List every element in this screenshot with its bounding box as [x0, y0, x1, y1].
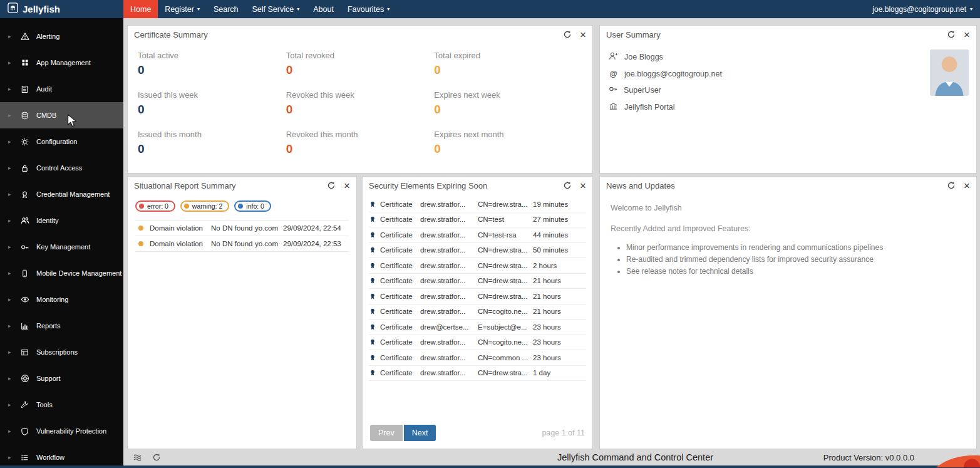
cell: 23 hours	[533, 338, 586, 346]
badge-info[interactable]: info: 0	[234, 200, 271, 212]
sidebar-item-workflow[interactable]: ▸Workflow	[0, 444, 123, 468]
sidebar-item-support[interactable]: ▸Support	[0, 365, 123, 392]
sidebar-item-credential-management[interactable]: ▸Credential Management	[0, 181, 123, 207]
panel-title: User Summary	[606, 30, 661, 39]
table-row[interactable]: Certificatedrew.stratfor...CN=common ...…	[369, 350, 586, 366]
sidebar-item-alerting[interactable]: ▸Alerting	[0, 23, 123, 49]
refresh-icon[interactable]	[563, 30, 572, 39]
next-button[interactable]: Next	[404, 425, 436, 441]
cell: drew.stratfor...	[420, 277, 478, 284]
table-row[interactable]: Domain violationNo DN foundyo.com29/09/2…	[135, 221, 349, 236]
gear-icon	[19, 138, 30, 146]
refresh-icon[interactable]	[947, 181, 956, 190]
cell: Certificate	[380, 216, 420, 223]
cell: Certificate	[380, 262, 420, 269]
cell: No DN found	[211, 240, 255, 247]
news-features-heading: Recently Added and Improved Features:	[611, 224, 966, 233]
table-row[interactable]: Certificatedrew.stratfor...CN=drew.stra.…	[369, 197, 586, 212]
close-icon[interactable]: ×	[580, 180, 586, 191]
cell: 21 hours	[533, 308, 586, 315]
prev-button[interactable]: Prev	[370, 425, 403, 441]
cell: CN=drew.stra...	[478, 293, 533, 300]
close-icon[interactable]: ×	[964, 29, 970, 40]
chevron-right-icon: ▸	[8, 454, 13, 460]
nav-item-label: Self Service	[252, 5, 294, 14]
sidebar-item-identity[interactable]: ▸Identity	[0, 207, 123, 234]
stat-value: 0	[286, 103, 435, 117]
table-row[interactable]: Certificatedrew.stratfor...CN=drew.stra.…	[369, 243, 586, 259]
table-row[interactable]: Certificatedrew.stratfor...CN=drew.stra.…	[369, 366, 586, 382]
nav-item-about[interactable]: About	[306, 0, 341, 18]
cell: Certificate	[380, 293, 420, 300]
sidebar-item-app-management[interactable]: ▸App Management	[0, 49, 123, 76]
close-icon[interactable]: ×	[580, 29, 586, 40]
nav-item-self-service[interactable]: Self Service▾	[245, 0, 307, 18]
sidebar-item-monitoring[interactable]: ▸Monitoring	[0, 286, 123, 313]
table-row[interactable]: Certificatedrew@certse...E=subject@e...2…	[369, 320, 586, 335]
table-row[interactable]: Certificatedrew.stratfor...CN=drew.stra.…	[369, 258, 586, 274]
sidebar-item-label: Alerting	[36, 33, 59, 40]
chevron-down-icon: ▾	[297, 7, 299, 12]
expiring-rows: Certificatedrew.stratfor...CN=drew.stra.…	[369, 197, 586, 381]
sidebar-item-tools[interactable]: ▸Tools	[0, 392, 123, 418]
sidebar-item-key-management[interactable]: ▸Key Management	[0, 234, 123, 260]
refresh-dashboard-icon[interactable]	[152, 453, 161, 462]
layout-toggle-icon[interactable]	[133, 453, 142, 462]
news-bullet: Minor performance improvements in render…	[626, 243, 966, 252]
stat-revoked-this-week: Revoked this week0	[286, 90, 435, 117]
cell: Domain violation	[150, 240, 211, 247]
refresh-icon[interactable]	[947, 30, 956, 39]
user-field: Joe Bloggs	[600, 48, 976, 66]
table-row[interactable]: Certificatedrew.stratfor...CN=test27 min…	[369, 212, 586, 228]
news-panel: News and Updates × Welcome to Jellyfish …	[599, 176, 977, 449]
sidebar-item-control-access[interactable]: ▸Control Access	[0, 155, 123, 181]
stat-revoked-this-month: Revoked this month0	[286, 130, 435, 156]
nav-item-register[interactable]: Register▾	[158, 0, 207, 18]
chevron-right-icon: ▸	[8, 33, 13, 39]
sidebar-item-audit[interactable]: ▸Audit	[0, 76, 123, 102]
table-row[interactable]: Certificatedrew.stratfor...CN=cogito.ne.…	[369, 335, 586, 351]
sidebar-item-reports[interactable]: ▸Reports	[0, 313, 123, 339]
sidebar-item-cmdb[interactable]: ▸CMDB	[0, 102, 123, 128]
nav-item-home[interactable]: Home	[123, 0, 158, 18]
cell: 23 hours	[533, 323, 586, 331]
badge-warning[interactable]: warning: 2	[180, 200, 229, 212]
chevron-right-icon: ▸	[8, 112, 13, 118]
table-row[interactable]: Certificatedrew.stratfor...CN=drew.stra.…	[369, 274, 586, 289]
sidebar-item-label: CMDB	[36, 112, 56, 119]
cell: 27 minutes	[533, 216, 586, 223]
stat-value: 0	[138, 143, 286, 156]
refresh-icon[interactable]	[327, 181, 336, 190]
eye-icon	[19, 295, 30, 304]
situational-rows: Domain violationNo DN foundyo.com29/09/2…	[135, 220, 349, 252]
brand[interactable]: Jellyfish	[0, 0, 123, 18]
nav-item-favourites[interactable]: Favourites▾	[341, 0, 396, 18]
nav-item-search[interactable]: Search	[207, 0, 245, 18]
close-icon[interactable]: ×	[964, 180, 970, 191]
badge-error[interactable]: error: 0	[135, 200, 175, 212]
chevron-down-icon: ▾	[970, 7, 972, 12]
sidebar-item-subscriptions[interactable]: ▸Subscriptions	[0, 339, 123, 365]
cell: yo.com	[255, 224, 283, 232]
table-row[interactable]: Certificatedrew.stratfor...CN=cogito.ne.…	[369, 304, 586, 320]
sidebar-item-vulnerability-protection[interactable]: ▸Vulnerability Protection	[0, 418, 123, 444]
bottom-bar	[0, 465, 980, 468]
cell: Certificate	[380, 354, 420, 361]
cell: drew@certse...	[420, 323, 478, 331]
table-row[interactable]: Domain violationNo DN foundyo.com29/09/2…	[135, 236, 349, 252]
table-row[interactable]: Certificatedrew.stratfor...CN=drew.stra.…	[369, 289, 586, 304]
stat-expires-next-month: Expires next month0	[434, 130, 582, 156]
user-field-value: joe.bloggs@cogitogroup.net	[624, 70, 722, 78]
stat-label: Total revoked	[286, 51, 435, 60]
user-field-value: Joe Bloggs	[624, 53, 663, 61]
user-menu[interactable]: joe.bloggs@cogitogroup.net ▾	[865, 0, 980, 18]
cell: 2 hours	[533, 262, 586, 269]
cell: 1 day	[533, 369, 586, 377]
table-row[interactable]: Certificatedrew.stratfor...CN=test-rsa44…	[369, 227, 586, 243]
cell: drew.stratfor...	[420, 200, 478, 208]
sidebar-item-mobile-device-management[interactable]: ▸Mobile Device Management	[0, 260, 123, 286]
refresh-icon[interactable]	[563, 181, 572, 190]
close-icon[interactable]: ×	[344, 180, 350, 191]
sidebar-item-configuration[interactable]: ▸Configuration	[0, 128, 123, 155]
sidebar-item-label: Mobile Device Management	[36, 269, 121, 277]
